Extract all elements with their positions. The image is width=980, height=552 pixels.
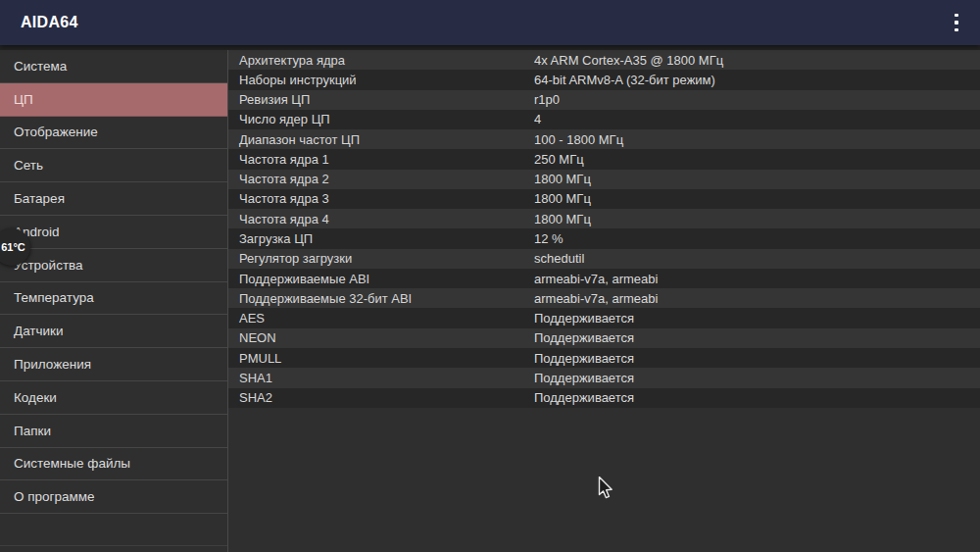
row-value: Поддерживается <box>534 330 980 345</box>
row-value: armeabi-v7a, armeabi <box>534 272 980 286</box>
table-row: Регулятор загрузкиschedutil <box>228 249 980 269</box>
sidebar-item-8[interactable]: Датчики <box>0 315 227 348</box>
sidebar-item-3[interactable]: Сеть <box>0 149 227 182</box>
app-bar: AIDA64 <box>0 0 980 45</box>
row-value: 64-bit ARMv8-A (32-бит режим) <box>534 73 980 87</box>
row-label: Поддерживаемые 32-бит ABI <box>228 291 534 306</box>
sidebar-item-label: Датчики <box>14 324 64 338</box>
sidebar-item-13[interactable]: О программе <box>0 480 227 514</box>
table-row: SHA1Поддерживается <box>228 368 980 387</box>
row-value: schedutil <box>534 251 980 266</box>
aida64-app-window: AIDA64 СистемаЦПОтображениеСетьБатареяAn… <box>0 0 980 552</box>
mouse-cursor <box>598 477 615 502</box>
row-label: Наборы инструкций <box>228 73 534 87</box>
table-row: Загрузка ЦП12 % <box>228 228 980 248</box>
sidebar-item-5[interactable]: Android <box>0 216 227 249</box>
row-value: 1800 МГц <box>534 172 980 186</box>
row-value: Поддерживается <box>534 390 980 405</box>
sidebar-bottom-divider <box>0 545 227 546</box>
sidebar-item-7[interactable]: Температура <box>0 282 227 316</box>
row-label: Загрузка ЦП <box>228 231 534 246</box>
sidebar-item-label: О программе <box>14 489 95 504</box>
table-row: Частота ядра 31800 МГц <box>228 189 980 209</box>
row-label: Поддерживаемые ABI <box>228 272 534 286</box>
table-row: Наборы инструкций64-bit ARMv8-A (32-бит … <box>228 70 980 89</box>
table-row: SHA2Поддерживается <box>228 388 980 408</box>
sidebar-item-label: Батарея <box>14 191 65 206</box>
row-label: Частота ядра 2 <box>228 172 534 186</box>
row-value: 4 <box>534 112 980 126</box>
sidebar-item-2[interactable]: Отображение <box>0 117 227 150</box>
table-row: Диапазон частот ЦП100 - 1800 МГц <box>228 129 980 149</box>
sidebar-item-label: Температура <box>14 290 94 305</box>
row-label: Ревизия ЦП <box>228 92 534 107</box>
row-label: Частота ядра 3 <box>228 191 534 206</box>
row-value: 100 - 1800 МГц <box>534 132 980 147</box>
sidebar-item-4[interactable]: Батарея <box>0 182 227 216</box>
table-row: Поддерживаемые ABIarmeabi-v7a, armeabi <box>228 269 980 288</box>
row-label: Регулятор загрузки <box>228 251 534 266</box>
row-value: Поддерживается <box>534 351 980 366</box>
overflow-menu-button[interactable] <box>943 5 970 40</box>
sidebar-item-label: Сеть <box>14 158 43 173</box>
sidebar-item-12[interactable]: Системные файлы <box>0 448 227 481</box>
cpu-info-table: Архитектура ядра4x ARM Cortex-A35 @ 1800… <box>228 50 980 408</box>
appbar-shadow-strip <box>0 45 980 50</box>
row-value: Поддерживается <box>534 311 980 326</box>
row-value: armeabi-v7a, armeabi <box>534 291 980 306</box>
sidebar-item-10[interactable]: Кодеки <box>0 381 227 415</box>
table-row: Число ядер ЦП4 <box>228 110 980 129</box>
row-label: SHA1 <box>228 371 534 385</box>
row-value: 12 % <box>534 231 980 246</box>
sidebar-item-11[interactable]: Папки <box>0 415 227 448</box>
sidebar-item-label: Кодеки <box>14 390 57 405</box>
sidebar-item-6[interactable]: Устройства <box>0 249 227 282</box>
row-label: AES <box>228 311 534 326</box>
sidebar-item-label: Системные файлы <box>14 456 130 471</box>
table-row: Частота ядра 41800 МГц <box>228 209 980 228</box>
table-row: Поддерживаемые 32-бит ABIarmeabi-v7a, ar… <box>228 288 980 308</box>
row-label: NEON <box>228 330 534 345</box>
row-value: 1800 МГц <box>534 191 980 206</box>
sidebar: СистемаЦПОтображениеСетьБатареяAndroidУс… <box>0 50 227 552</box>
sidebar-item-9[interactable]: Приложения <box>0 348 227 381</box>
sidebar-item-1[interactable]: ЦП <box>0 83 227 117</box>
sidebar-item-label: Система <box>14 59 67 74</box>
row-value: 1800 МГц <box>534 212 980 226</box>
sidebar-item-label: Отображение <box>14 125 98 139</box>
row-value: Поддерживается <box>534 371 980 385</box>
table-row: PMULLПоддерживается <box>228 348 980 368</box>
row-value: 4x ARM Cortex-A35 @ 1800 МГц <box>534 53 980 68</box>
row-label: Частота ядра 1 <box>228 152 534 167</box>
table-row: Архитектура ядра4x ARM Cortex-A35 @ 1800… <box>228 50 980 70</box>
row-label: Частота ядра 4 <box>228 212 534 226</box>
row-label: Число ядер ЦП <box>228 112 534 126</box>
sidebar-item-label: Приложения <box>14 357 91 372</box>
row-label: Диапазон частот ЦП <box>228 132 534 147</box>
sidebar-item-label: Папки <box>14 424 51 438</box>
sidebar-item-label: ЦП <box>14 92 33 107</box>
table-row: Ревизия ЦПr1p0 <box>228 90 980 110</box>
row-label: SHA2 <box>228 390 534 405</box>
table-row: Частота ядра 1250 МГц <box>228 149 980 169</box>
kebab-menu-icon <box>955 14 958 18</box>
sidebar-item-0[interactable]: Система <box>0 50 227 83</box>
table-row: Частота ядра 21800 МГц <box>228 170 980 189</box>
app-title: AIDA64 <box>21 14 78 31</box>
row-label: Архитектура ядра <box>228 53 534 68</box>
row-value: 250 МГц <box>534 152 980 167</box>
row-label: PMULL <box>228 351 534 366</box>
row-value: r1p0 <box>534 92 980 107</box>
table-row: NEONПоддерживается <box>228 328 980 348</box>
table-row: AESПоддерживается <box>228 308 980 327</box>
